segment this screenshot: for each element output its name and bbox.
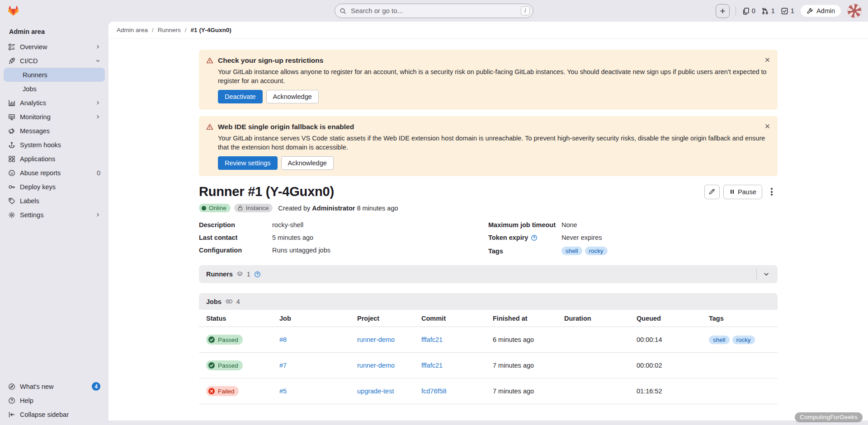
commit-link[interactable]: fffafc21 xyxy=(421,362,493,369)
sidebar-item-messages[interactable]: Messages xyxy=(4,124,105,138)
sidebar-item-labels[interactable]: Labels xyxy=(4,194,105,208)
pencil-icon xyxy=(708,188,715,195)
status-label: Passed xyxy=(218,336,238,343)
runner-tags: shell rocky xyxy=(561,247,778,255)
jobs-section-title: Jobs xyxy=(206,298,222,305)
sidebar-item-label: Messages xyxy=(20,127,50,135)
user-avatar[interactable] xyxy=(847,4,862,18)
job-row: Passed #7 runner-demo fffafc21 7 minutes… xyxy=(199,353,778,378)
sidebar-title: Admin area xyxy=(0,22,108,40)
tag-icon xyxy=(8,197,15,205)
sidebar-item-deploy-keys[interactable]: Deploy keys xyxy=(4,180,105,194)
pause-runner-button[interactable]: Pause xyxy=(723,185,762,199)
issues-counter[interactable]: 0 xyxy=(742,7,755,15)
deactivate-button[interactable]: Deactivate xyxy=(218,90,263,103)
sidebar-footer: What's new 4 Help Collapse sidebar xyxy=(0,379,108,421)
pause-button-label: Pause xyxy=(738,188,756,196)
global-search[interactable]: / xyxy=(335,4,533,18)
tag-badge: shell xyxy=(561,247,582,255)
breadcrumb-separator: / xyxy=(152,27,154,33)
sidebar-item-analytics[interactable]: Analytics xyxy=(4,96,105,110)
search-input[interactable] xyxy=(350,7,517,15)
column-header: Queued xyxy=(637,315,709,322)
sidebar-item-label: Analytics xyxy=(20,99,46,107)
compass-icon xyxy=(8,383,15,390)
sidebar-item-label: Runners xyxy=(23,71,47,79)
topbar-divider xyxy=(736,6,736,16)
sidebar-item-cicd[interactable]: CI/CD xyxy=(4,54,105,68)
chart-icon xyxy=(8,99,15,107)
gitlab-logo-icon[interactable] xyxy=(7,5,19,17)
admin-mode-button[interactable]: Admin xyxy=(800,5,841,17)
detail-label: Configuration xyxy=(199,247,272,254)
close-icon[interactable] xyxy=(763,121,772,131)
status-badge: Failed xyxy=(206,386,239,396)
sidebar-item-abuse-reports[interactable]: Abuse reports 0 xyxy=(4,166,105,180)
detail-value: 5 minutes ago xyxy=(272,234,488,241)
commit-link[interactable]: fffafc21 xyxy=(421,336,493,343)
jobs-table-header: Status Job Project Commit Finished at Du… xyxy=(199,310,778,327)
chevron-down-icon xyxy=(95,58,100,63)
sidebar-item-jobs[interactable]: Jobs xyxy=(4,82,105,96)
sidebar-item-label: Overview xyxy=(20,43,47,51)
rocket-icon xyxy=(8,57,15,65)
abuse-reports-count: 0 xyxy=(97,169,100,177)
detail-label-token-expiry: Token expiry xyxy=(488,234,561,241)
detail-label: Description xyxy=(199,221,272,229)
todos-counter[interactable]: 1 xyxy=(781,7,794,15)
sidebar-item-label: Abuse reports xyxy=(20,169,61,177)
overview-icon xyxy=(8,43,15,51)
sidebar-item-applications[interactable]: Applications xyxy=(4,152,105,166)
chevron-down-icon[interactable] xyxy=(762,270,770,278)
alert-title: Check your sign-up restrictions xyxy=(218,56,323,65)
project-link[interactable]: upgrade-test xyxy=(357,388,421,395)
sidebar-item-runners[interactable]: Runners xyxy=(4,68,105,82)
column-header: Commit xyxy=(421,315,493,322)
wrench-icon xyxy=(807,8,813,14)
help-item[interactable]: Help xyxy=(4,393,105,407)
runners-count: 1 xyxy=(247,271,250,278)
whats-new-item[interactable]: What's new 4 xyxy=(4,379,105,393)
job-link[interactable]: #5 xyxy=(279,388,357,395)
job-link[interactable]: #8 xyxy=(279,336,357,343)
job-link[interactable]: #7 xyxy=(279,362,357,369)
column-header: Finished at xyxy=(493,315,564,322)
detail-label: Maximum job timeout xyxy=(488,221,561,229)
queued: 00:00:14 xyxy=(637,336,709,343)
acknowledge-button[interactable]: Acknowledge xyxy=(281,156,334,170)
help-question-icon[interactable] xyxy=(531,234,538,241)
commit-link[interactable]: fcd76f58 xyxy=(421,388,493,395)
queued: 00:00:02 xyxy=(637,362,709,369)
finished-at: 7 minutes ago xyxy=(493,388,564,395)
kebab-menu-icon[interactable] xyxy=(766,185,778,199)
sidebar-item-settings[interactable]: Settings xyxy=(4,208,105,222)
collapse-icon xyxy=(8,411,15,418)
queued: 01:16:52 xyxy=(637,388,709,395)
project-link[interactable]: runner-demo xyxy=(357,336,421,343)
monitor-icon xyxy=(8,113,15,121)
breadcrumb-admin-area[interactable]: Admin area xyxy=(117,27,148,33)
breadcrumb-runners[interactable]: Runners xyxy=(158,27,181,33)
sidebar-item-overview[interactable]: Overview xyxy=(4,40,105,54)
merge-requests-counter[interactable]: 1 xyxy=(761,7,775,15)
status-label: Passed xyxy=(218,362,238,369)
status-badge: Passed xyxy=(206,335,243,345)
runner-type-label: Instance xyxy=(246,205,269,211)
acknowledge-button[interactable]: Acknowledge xyxy=(266,90,319,103)
edit-runner-button[interactable] xyxy=(704,185,720,199)
help-question-icon[interactable] xyxy=(254,271,261,278)
todos-count: 1 xyxy=(791,7,794,14)
collapse-sidebar-item[interactable]: Collapse sidebar xyxy=(4,407,105,421)
detail-label-text: Token expiry xyxy=(488,234,528,241)
create-new-button[interactable] xyxy=(716,4,730,18)
runner-type-badge: Instance xyxy=(234,204,273,212)
sidebar-item-monitoring[interactable]: Monitoring xyxy=(4,110,105,124)
layers-icon xyxy=(236,271,243,278)
detail-label: Tags xyxy=(488,247,561,255)
column-header: Duration xyxy=(564,315,637,322)
sidebar-item-system-hooks[interactable]: System hooks xyxy=(4,138,105,152)
review-settings-button[interactable]: Review settings xyxy=(218,156,278,170)
project-link[interactable]: runner-demo xyxy=(357,362,421,369)
close-icon[interactable] xyxy=(763,55,772,65)
created-by-user: Administrator xyxy=(312,205,355,212)
